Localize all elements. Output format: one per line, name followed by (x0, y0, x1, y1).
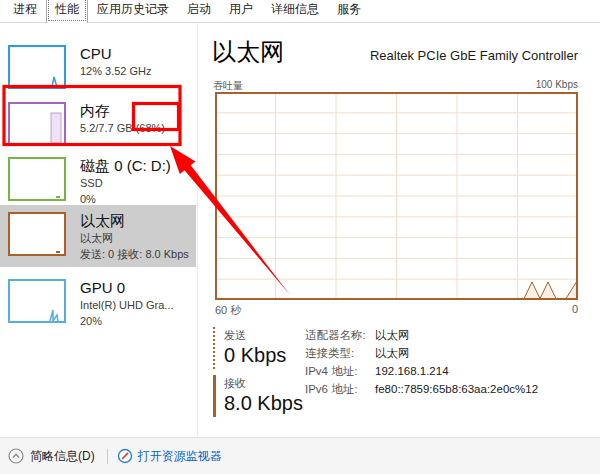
gpu-usage: 20% (80, 314, 174, 329)
sidebar-divider (197, 23, 198, 437)
receive-value: 8.0 Kbps (224, 392, 303, 415)
fewer-details-button[interactable]: 简略信息(D) (8, 448, 95, 465)
send-label: 发送 (224, 328, 286, 343)
memory-label: 内存 (80, 101, 165, 120)
connection-details: 适配器名称: 以太网 连接类型: 以太网 IPv4 地址: 192.168.1.… (305, 329, 538, 401)
sidebar-item-disk[interactable]: 磁盘 0 (C: D:) SSD 0% (0, 150, 196, 205)
sidebar-item-ethernet[interactable]: 以太网 以太网 发送: 0 接收: 8.0 Kbps (0, 205, 196, 267)
throughput-chart (215, 92, 578, 300)
sidebar-item-cpu[interactable]: CPU 12% 3.52 GHz (0, 38, 196, 93)
chevron-up-circle-icon (8, 448, 24, 464)
tab-users[interactable]: 用户 (220, 0, 262, 22)
fewer-details-label: 简略信息(D) (30, 448, 95, 465)
x-axis-left-label: 60 秒 (215, 303, 241, 318)
detail-ipv6-address: IPv6 地址: fe80::7859:65b8:63aa:2e0c%12 (305, 383, 538, 396)
chart-gridlines (215, 92, 578, 300)
throughput-spikes (524, 281, 577, 299)
detail-ipv4-address: IPv4 地址: 192.168.1.214 (305, 365, 538, 378)
throughput-label: 吞吐量 (213, 79, 243, 93)
tab-services[interactable]: 服务 (328, 0, 370, 22)
gpu-minichart (8, 279, 66, 323)
memory-percent: (68%) (136, 122, 165, 134)
detail-adapter-name: 适配器名称: 以太网 (305, 329, 538, 342)
tab-performance[interactable]: 性能 (46, 0, 88, 23)
tab-processes[interactable]: 进程 (4, 0, 46, 22)
adapter-model: Realtek PCIe GbE Family Controller (370, 48, 578, 63)
detail-connection-type: 连接类型: 以太网 (305, 347, 538, 360)
tab-details[interactable]: 详细信息 (262, 0, 328, 22)
open-resource-monitor-link[interactable]: 打开资源监视器 (117, 448, 222, 465)
cpu-label: CPU (80, 44, 152, 63)
disk-minichart (8, 157, 66, 201)
tab-startup[interactable]: 启动 (178, 0, 220, 22)
cpu-minichart (8, 45, 66, 89)
ethernet-label: 以太网 (80, 211, 189, 230)
gauge-icon (117, 448, 133, 464)
memory-minichart (8, 102, 66, 146)
sidebar-item-memory[interactable]: 内存 5.2/7.7 GB (68%) (0, 95, 196, 148)
open-resource-monitor-label: 打开资源监视器 (138, 448, 222, 465)
ethernet-throughput: 发送: 0 接收: 8.0 Kbps (80, 247, 189, 262)
send-stat: 发送 0 Kbps (213, 327, 286, 369)
disk-label: 磁盘 0 (C: D:) (80, 156, 171, 175)
footer-bar: 简略信息(D) 打开资源监视器 (0, 437, 600, 474)
ethernet-minichart (8, 212, 66, 256)
tab-app-history[interactable]: 应用历史记录 (88, 0, 178, 22)
send-value: 0 Kbps (224, 344, 286, 367)
scale-max-label: 100 Kbps (536, 79, 578, 90)
gpu-name: Intel(R) UHD Gra... (80, 298, 174, 313)
cpu-stats: 12% 3.52 GHz (80, 64, 152, 79)
task-manager-window: 进程 性能 应用历史记录 启动 用户 详细信息 服务 CPU 12% 3.52 … (0, 0, 600, 474)
gpu-label: GPU 0 (80, 278, 174, 297)
footer-separator (107, 449, 108, 464)
memory-stats: 5.2/7.7 GB (68%) (80, 121, 165, 136)
receive-label: 接收 (224, 376, 303, 391)
x-axis-right-label: 0 (572, 303, 578, 315)
page-title: 以太网 (212, 36, 284, 68)
tab-bar: 进程 性能 应用历史记录 启动 用户 详细信息 服务 (0, 0, 600, 23)
disk-type: SSD (80, 176, 171, 191)
receive-stat: 接收 8.0 Kbps (213, 375, 303, 417)
ethernet-name: 以太网 (80, 231, 189, 246)
sidebar-item-gpu[interactable]: GPU 0 Intel(R) UHD Gra... 20% (0, 272, 196, 330)
